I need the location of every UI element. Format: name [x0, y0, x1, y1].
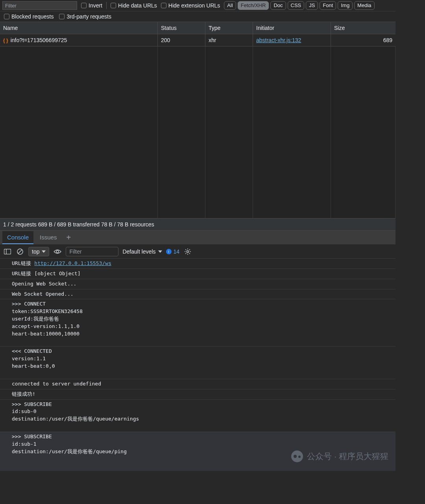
svg-line-11	[189, 253, 190, 254]
svg-line-13	[189, 249, 190, 250]
json-icon: { }	[3, 38, 8, 43]
resource-type-pills: All Fetch/XHR Doc CSS JS Font Img Media	[224, 1, 374, 10]
info-icon: i	[166, 249, 172, 254]
network-table-header: Name Status Type Initiator Size	[0, 22, 395, 34]
td-status: 200	[158, 34, 205, 46]
log-url-link[interactable]: http://127.0.0.1:15553/ws	[34, 260, 111, 266]
clear-console-icon[interactable]	[16, 247, 24, 256]
td-name: { }info?t=1713506699725	[0, 34, 158, 46]
pill-fetch-xhr[interactable]: Fetch/XHR	[238, 1, 269, 10]
hide-extension-urls-checkbox[interactable]: Hide extension URLs	[161, 2, 220, 9]
console-toolbar: top Default levels i 14	[0, 245, 395, 259]
live-expression-icon[interactable]	[53, 247, 62, 256]
pill-media[interactable]: Media	[354, 1, 374, 10]
network-filter-input[interactable]	[2, 1, 77, 10]
blocked-label: Blocked requests	[11, 13, 54, 20]
svg-line-3	[18, 250, 22, 254]
hide-data-urls-checkbox[interactable]: Hide data URLs	[111, 2, 157, 9]
svg-rect-0	[4, 249, 11, 254]
divider	[106, 2, 107, 9]
pill-all[interactable]: All	[224, 1, 236, 10]
pill-js[interactable]: JS	[306, 1, 318, 10]
request-name: info?t=1713506699725	[11, 37, 67, 43]
log-line: >>> SUBSCRIBE id:sub-0 destination:/user…	[0, 400, 395, 432]
pill-font[interactable]: Font	[320, 1, 336, 10]
issue-count: 14	[174, 248, 180, 255]
settings-gear-icon[interactable]	[183, 247, 192, 256]
log-line: URL链接 http://127.0.0.1:15553/ws	[0, 259, 395, 269]
log-line: Opening Web Socket...	[0, 279, 395, 289]
third-party-checkbox[interactable]: 3rd-party requests	[59, 13, 111, 20]
pill-img[interactable]: Img	[338, 1, 353, 10]
console-filter-input[interactable]	[66, 247, 118, 256]
console-log[interactable]: URL链接 http://127.0.0.1:15553/ws URL链接 [o…	[0, 259, 395, 471]
network-filter-bar-row2: Blocked requests 3rd-party requests	[0, 11, 395, 22]
log-levels-selector[interactable]: Default levels	[122, 248, 162, 255]
log-line: URL链接 [object Object]	[0, 269, 395, 279]
log-line: Web Socket Opened...	[0, 289, 395, 300]
log-line: >>> CONNECT token:SSSRIRTOKEN326458 user…	[0, 299, 395, 346]
log-line: connected to server undefined	[0, 379, 395, 389]
tab-console[interactable]: Console	[2, 231, 33, 244]
pill-css[interactable]: CSS	[288, 1, 305, 10]
invert-checkbox[interactable]: Invert	[81, 2, 102, 9]
th-type[interactable]: Type	[205, 22, 253, 34]
invert-label: Invert	[89, 2, 102, 9]
td-initiator: abstract-xhr.js:132	[253, 34, 331, 46]
network-filter-bar: Invert Hide data URLs Hide extension URL…	[0, 0, 395, 11]
blocked-requests-checkbox[interactable]: Blocked requests	[4, 13, 54, 20]
log-line: >>> SUBSCRIBE id:sub-1 destination:/user…	[0, 432, 395, 471]
log-text: URL链接	[12, 260, 34, 266]
th-name[interactable]: Name	[0, 22, 158, 34]
log-line: 链接成功!	[0, 389, 395, 400]
levels-label: Default levels	[122, 248, 155, 255]
initiator-link[interactable]: abstract-xhr.js:132	[256, 37, 301, 43]
svg-point-5	[187, 251, 189, 253]
th-initiator[interactable]: Initiator	[253, 22, 331, 34]
svg-point-4	[56, 250, 59, 253]
chevron-down-icon	[158, 250, 162, 253]
svg-line-10	[185, 249, 186, 250]
svg-line-12	[185, 253, 186, 254]
network-table: Name Status Type Initiator Size { }info?…	[0, 22, 395, 218]
issues-badge[interactable]: i 14	[166, 248, 180, 255]
chevron-down-icon	[42, 250, 46, 253]
network-empty-area	[0, 46, 395, 218]
td-size: 689	[331, 34, 395, 46]
add-tab-button[interactable]: +	[63, 233, 74, 242]
hide-extension-urls-label: Hide extension URLs	[168, 2, 220, 9]
tab-issues[interactable]: Issues	[35, 231, 61, 244]
toggle-sidebar-icon[interactable]	[3, 247, 12, 256]
drawer-tabs: Console Issues +	[0, 231, 395, 245]
context-selector[interactable]: top	[28, 247, 49, 256]
hide-data-urls-label: Hide data URLs	[118, 2, 157, 9]
pill-doc[interactable]: Doc	[270, 1, 286, 10]
log-line: <<< CONNECTED version:1.1 heart-beat:0,0	[0, 346, 395, 379]
context-label: top	[32, 248, 39, 255]
third-party-label: 3rd-party requests	[67, 13, 111, 20]
th-status[interactable]: Status	[158, 22, 205, 34]
table-row[interactable]: { }info?t=1713506699725 200 xhr abstract…	[0, 34, 395, 46]
td-type: xhr	[205, 34, 253, 46]
th-size[interactable]: Size	[331, 22, 395, 34]
network-summary: 1 / 2 requests 689 B / 689 B transferred…	[0, 218, 395, 231]
